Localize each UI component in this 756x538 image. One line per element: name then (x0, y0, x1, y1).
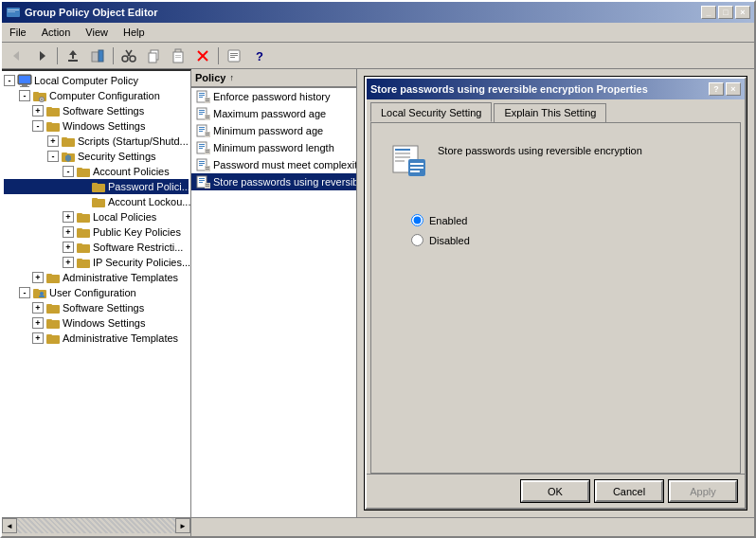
radio-enabled-label: Enabled (429, 215, 467, 226)
menu-view[interactable]: View (78, 25, 116, 40)
policy-item-4[interactable]: Password must meet complexity... (191, 156, 356, 173)
expand-root[interactable]: - (4, 75, 15, 86)
title-bar-left: Group Policy Object Editor (6, 5, 158, 20)
tree-node-local-policies[interactable]: + Local Policies (4, 209, 189, 224)
expand-account-policies[interactable]: - (63, 166, 74, 177)
menu-action[interactable]: Action (34, 25, 79, 40)
expand-scripts[interactable]: + (47, 135, 59, 147)
tree-scroll-right[interactable]: ► (175, 518, 190, 533)
tree-node-software-restriction[interactable]: + Software Restricti... (4, 240, 189, 255)
title-buttons: _ □ × (701, 6, 750, 19)
svg-rect-101 (199, 163, 205, 164)
tree-node-root[interactable]: - Local Computer Policy (4, 73, 189, 88)
properties-button[interactable] (223, 45, 245, 66)
apply-button[interactable]: Apply (669, 480, 737, 502)
policy-list: Enforce password history Maximum passwor… (191, 88, 356, 517)
bottom-bar: OK Cancel Apply (367, 474, 745, 508)
expand-user-config[interactable]: - (19, 287, 30, 298)
setting-text: Store passwords using reversible encrypt… (438, 142, 642, 158)
policy-item-2[interactable]: Minimum password age (191, 122, 356, 139)
expand-software-c[interactable]: + (32, 105, 44, 117)
svg-rect-87 (199, 129, 205, 130)
tree-node-computer-config[interactable]: - Computer Configuration (4, 88, 189, 103)
maximize-button[interactable]: □ (718, 6, 733, 19)
svg-rect-15 (149, 53, 156, 63)
expand-computer-config[interactable]: - (19, 90, 30, 101)
radio-option-disabled[interactable]: Disabled (411, 234, 700, 246)
cancel-button[interactable]: Cancel (595, 480, 663, 502)
svg-rect-94 (199, 146, 205, 147)
svg-rect-40 (62, 138, 75, 147)
radio-option-enabled[interactable]: Enabled (411, 214, 700, 226)
svg-rect-37 (46, 107, 52, 109)
delete-button[interactable] (191, 45, 214, 66)
folder-icon-6 (91, 195, 106, 208)
tree-node-windows-settings-c[interactable]: - Windows Settings (4, 118, 189, 134)
dialog-help-button[interactable]: ? (709, 82, 724, 96)
windows-settings-c-label: Windows Settings (63, 120, 145, 132)
policy-item-1[interactable]: Maximum password age (191, 105, 356, 122)
tree-node-admin-templates-c[interactable]: + Administrative Templates (4, 270, 189, 285)
tab-explain[interactable]: Explain This Setting (494, 103, 606, 122)
tree-node-scripts[interactable]: + Scripts (Startup/Shutd... (4, 134, 189, 149)
dialog-close-button[interactable]: × (726, 82, 741, 96)
tree-node-ip-security[interactable]: + IP Security Policies... (4, 255, 189, 270)
ok-button[interactable]: OK (521, 480, 589, 502)
tree-node-password-policy[interactable]: Password Polici... (4, 179, 189, 194)
help-button[interactable]: ? (247, 45, 270, 66)
svg-rect-47 (92, 184, 105, 192)
minimize-button[interactable]: _ (701, 6, 716, 19)
tree-node-admin-templates-u[interactable]: + Administrative Templates (4, 331, 189, 346)
policy-item-3[interactable]: Minimum password length (191, 139, 356, 156)
folder-icon-13 (45, 316, 61, 330)
tree-node-account-lockout[interactable]: Account Lockou... (4, 194, 189, 209)
toolbar-separator-3 (218, 47, 219, 64)
policy-icon-1 (195, 107, 210, 120)
expand-admin-templates-u[interactable]: + (32, 332, 44, 344)
policy-item-5[interactable]: Store passwords using reversibl... (191, 173, 356, 190)
tab-local-security[interactable]: Local Security Setting (370, 102, 492, 122)
expand-public-key[interactable]: + (63, 226, 74, 238)
tree-node-windows-settings-u[interactable]: + Windows Settings (4, 315, 189, 331)
account-lockout-label: Account Lockou... (108, 196, 190, 207)
menu-help[interactable]: Help (116, 25, 153, 40)
tree-scroll-track[interactable] (17, 518, 175, 533)
expand-windows-u[interactable]: + (32, 317, 44, 329)
tree-node-public-key-policies[interactable]: + Public Key Policies (4, 224, 189, 240)
svg-rect-66 (46, 304, 52, 306)
menu-file[interactable]: File (2, 25, 34, 40)
expand-admin-templates-c[interactable]: + (32, 272, 44, 283)
svg-rect-91 (206, 134, 209, 135)
expand-software-u[interactable]: + (32, 302, 44, 314)
policy-label-1: Maximum password age (213, 108, 326, 119)
cut-button[interactable] (117, 45, 140, 66)
expand-ip-security[interactable]: + (63, 257, 74, 268)
radio-disabled[interactable] (411, 234, 423, 246)
close-button[interactable]: × (735, 6, 750, 19)
back-button[interactable] (6, 45, 28, 66)
expand-windows-c[interactable]: - (32, 120, 44, 132)
policy-item-0[interactable]: Enforce password history (191, 88, 356, 105)
tree-node-security-settings[interactable]: - Security Settings (4, 149, 189, 164)
setting-icon (391, 142, 427, 178)
tree-node-software-settings-u[interactable]: + Software Settings (4, 300, 189, 315)
svg-rect-46 (77, 168, 82, 170)
show-hide-button[interactable] (86, 45, 109, 66)
radio-enabled[interactable] (411, 214, 423, 226)
tree-node-software-settings-c[interactable]: + Software Settings (4, 103, 189, 118)
forward-button[interactable] (30, 45, 53, 66)
password-policy-label: Password Polici... (108, 181, 190, 192)
tree-node-user-config[interactable]: - User Configuration (4, 285, 189, 300)
tree-node-account-policies[interactable]: - Account Policies (4, 164, 189, 179)
svg-rect-8 (92, 52, 99, 62)
up-button[interactable] (62, 45, 84, 66)
svg-rect-57 (77, 260, 90, 268)
expand-local-policies[interactable]: + (63, 211, 74, 223)
tree-scroll-left[interactable]: ◄ (2, 518, 17, 533)
svg-rect-114 (395, 149, 410, 151)
copy-button[interactable] (142, 45, 165, 66)
cut-icon (121, 48, 136, 63)
expand-security[interactable]: - (47, 151, 59, 162)
paste-button[interactable] (167, 45, 189, 66)
expand-software-restrict[interactable]: + (63, 242, 74, 253)
